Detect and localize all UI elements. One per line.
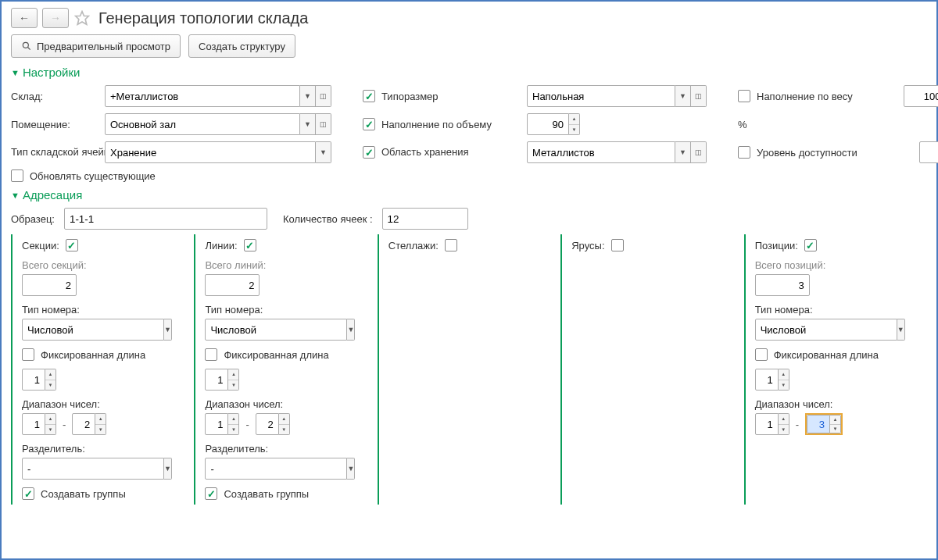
sections-total-input bbox=[22, 274, 77, 296]
sections-numtype-combo[interactable]: ▼ bbox=[22, 319, 166, 341]
chevron-down-icon: ▼ bbox=[11, 68, 20, 77]
fill-volume-label: Наполнение по объему bbox=[381, 119, 492, 130]
positions-numtype-combo[interactable]: ▼ bbox=[755, 319, 900, 341]
access-level-label: Уровень доступности bbox=[757, 147, 857, 159]
dropdown-icon[interactable]: ▼ bbox=[164, 458, 172, 480]
positions-total-input bbox=[755, 274, 810, 296]
storage-area-input[interactable] bbox=[527, 141, 675, 163]
fill-weight-checkbox[interactable] bbox=[738, 90, 750, 102]
sections-checkbox[interactable] bbox=[66, 239, 78, 251]
warehouse-label: Склад: bbox=[11, 91, 97, 102]
sections-len-input[interactable] bbox=[22, 369, 45, 391]
typesize-combo[interactable]: ▼ ◫ bbox=[527, 85, 707, 107]
open-icon[interactable]: ◫ bbox=[316, 113, 331, 135]
sample-input[interactable] bbox=[64, 208, 267, 230]
storage-area-checkbox[interactable] bbox=[363, 146, 375, 159]
access-level-checkbox[interactable] bbox=[738, 146, 750, 159]
cell-count-input[interactable] bbox=[382, 208, 468, 230]
fill-volume-checkbox[interactable] bbox=[363, 118, 375, 130]
lines-checkbox[interactable] bbox=[244, 239, 256, 251]
positions-column: Позиции: Всего позиций: Тип номера: ▼ Фи… bbox=[744, 234, 927, 505]
section-addressing-header[interactable]: ▼ Адресация bbox=[11, 188, 927, 202]
update-existing-checkbox[interactable] bbox=[11, 169, 23, 182]
typesize-label: Типоразмер bbox=[381, 91, 439, 102]
spinner-buttons[interactable]: ▲▼ bbox=[569, 113, 580, 135]
warehouse-combo[interactable]: ▼ ◫ bbox=[105, 85, 331, 107]
sections-range-from[interactable] bbox=[22, 413, 45, 435]
preview-button[interactable]: Предварительный просмотр bbox=[11, 34, 181, 58]
svg-marker-0 bbox=[76, 12, 89, 25]
lines-range-from[interactable] bbox=[205, 413, 228, 435]
dropdown-icon[interactable]: ▼ bbox=[300, 113, 316, 135]
celltype-label: Тип складской ячейки: bbox=[11, 146, 97, 159]
sections-fixedlen-checkbox[interactable] bbox=[22, 348, 34, 361]
open-icon[interactable]: ◫ bbox=[691, 85, 707, 107]
dropdown-icon[interactable]: ▼ bbox=[316, 141, 331, 163]
sample-label: Образец: bbox=[11, 213, 55, 225]
access-level-input[interactable] bbox=[919, 141, 938, 163]
update-existing-label: Обновлять существующие bbox=[30, 170, 156, 182]
celltype-combo[interactable]: ▼ bbox=[105, 141, 331, 163]
tiers-column: Ярусы: bbox=[560, 234, 743, 505]
sections-separator-combo[interactable]: ▼ bbox=[22, 458, 166, 480]
lines-numtype-combo[interactable]: ▼ bbox=[205, 319, 349, 341]
room-input[interactable] bbox=[105, 113, 300, 135]
positions-len-input[interactable] bbox=[755, 369, 779, 391]
positions-checkbox[interactable] bbox=[804, 239, 817, 251]
star-icon[interactable] bbox=[73, 9, 91, 27]
racks-column: Стеллажи: bbox=[378, 234, 560, 505]
room-label: Помещение: bbox=[11, 119, 97, 130]
fill-volume-input[interactable] bbox=[527, 113, 569, 135]
room-combo[interactable]: ▼ ◫ bbox=[105, 113, 331, 135]
dropdown-icon[interactable]: ▼ bbox=[164, 319, 172, 341]
fill-weight-input[interactable] bbox=[904, 85, 938, 107]
tiers-checkbox[interactable] bbox=[611, 239, 624, 251]
create-structure-button[interactable]: Создать структуру bbox=[188, 34, 295, 58]
typesize-input[interactable] bbox=[527, 85, 675, 107]
sections-column: Секции: Всего секций: Тип номера: ▼ Фикс… bbox=[11, 234, 194, 505]
positions-range-to[interactable] bbox=[807, 415, 830, 433]
section-settings-header[interactable]: ▼ Настройки bbox=[11, 66, 927, 79]
lines-range-to[interactable] bbox=[256, 413, 279, 435]
back-button[interactable]: ← bbox=[11, 8, 38, 28]
open-icon[interactable]: ◫ bbox=[691, 141, 707, 163]
lines-total-input bbox=[205, 274, 260, 296]
warehouse-input[interactable] bbox=[105, 85, 300, 107]
dropdown-icon[interactable]: ▼ bbox=[347, 319, 355, 341]
lines-column: Линии: Всего линий: Тип номера: ▼ Фиксир… bbox=[194, 234, 377, 505]
dropdown-icon[interactable]: ▼ bbox=[675, 141, 691, 163]
sections-range-to[interactable] bbox=[72, 413, 95, 435]
lines-len-input[interactable] bbox=[205, 369, 228, 391]
dropdown-icon[interactable]: ▼ bbox=[897, 319, 905, 341]
lines-groups-checkbox[interactable] bbox=[205, 487, 217, 500]
storage-area-label: Область хранения bbox=[381, 146, 468, 159]
open-icon[interactable]: ◫ bbox=[316, 85, 331, 107]
sections-groups-checkbox[interactable] bbox=[22, 487, 34, 500]
dropdown-icon[interactable]: ▼ bbox=[300, 85, 316, 107]
positions-fixedlen-checkbox[interactable] bbox=[755, 348, 768, 361]
dropdown-icon[interactable]: ▼ bbox=[347, 458, 355, 480]
page-title: Генерация топологии склада bbox=[98, 9, 308, 27]
lines-fixedlen-checkbox[interactable] bbox=[205, 348, 217, 361]
forward-button[interactable]: → bbox=[42, 8, 69, 28]
chevron-down-icon: ▼ bbox=[11, 191, 20, 200]
cell-count-label: Количество ячеек : bbox=[283, 213, 373, 225]
dropdown-icon[interactable]: ▼ bbox=[675, 85, 691, 107]
typesize-checkbox[interactable] bbox=[363, 90, 375, 102]
racks-checkbox[interactable] bbox=[445, 239, 457, 251]
positions-range-from[interactable] bbox=[755, 413, 779, 435]
svg-point-1 bbox=[23, 42, 28, 48]
search-icon bbox=[21, 41, 32, 52]
svg-line-2 bbox=[28, 48, 30, 50]
celltype-input[interactable] bbox=[105, 141, 316, 163]
lines-separator-combo[interactable]: ▼ bbox=[205, 458, 349, 480]
storage-area-combo[interactable]: ▼ ◫ bbox=[527, 141, 707, 163]
fill-weight-label: Наполнение по весу bbox=[757, 91, 853, 102]
